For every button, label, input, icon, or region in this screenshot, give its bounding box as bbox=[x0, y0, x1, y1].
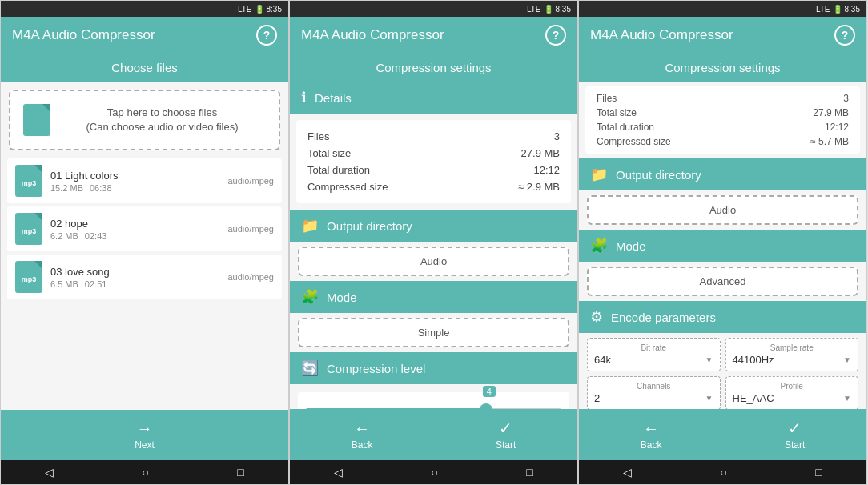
file-type-3: audio/mpeg bbox=[228, 272, 275, 282]
mode-header-3: 🧩 Mode bbox=[579, 230, 866, 262]
channels-value-row: 2 ▼ bbox=[594, 392, 713, 404]
help-button-2[interactable]: ? bbox=[545, 25, 566, 46]
time-1: 8:35 bbox=[267, 5, 282, 14]
back-button-3[interactable]: ← Back bbox=[625, 416, 678, 454]
app-title-2: M4A Audio Compressor bbox=[301, 27, 444, 43]
file-details-2: 02 hope 6.2 MB 02:43 bbox=[50, 218, 220, 241]
next-button[interactable]: → Next bbox=[119, 416, 171, 454]
battery-icon-3: 🔋 bbox=[833, 5, 842, 14]
file-item-3[interactable]: mp3 03 love song 6.5 MB 02:51 audio/mpeg bbox=[7, 255, 282, 299]
screen-2: LTE 🔋 8:35 M4A Audio Compressor ? Compre… bbox=[289, 0, 578, 485]
tap-file-area[interactable]: Tap here to choose files (Can choose aud… bbox=[9, 90, 280, 150]
total-duration-value: 12:12 bbox=[533, 164, 560, 176]
channels-cell[interactable]: Channels 2 ▼ bbox=[587, 376, 721, 409]
bottom-nav-2: ← Back ✓ Start bbox=[290, 409, 577, 460]
info-icon: ℹ bbox=[301, 89, 307, 106]
file-list-content: Tap here to choose files (Can choose aud… bbox=[1, 82, 288, 410]
back-arrow-icon-3: ← bbox=[643, 419, 659, 438]
sample-rate-value-row: 44100Hz ▼ bbox=[733, 354, 852, 366]
battery-icon-2: 🔋 bbox=[544, 5, 553, 14]
files-label: Files bbox=[307, 130, 329, 142]
help-button-3[interactable]: ? bbox=[834, 25, 855, 46]
home-nav-2[interactable]: ○ bbox=[432, 466, 438, 479]
slider-thumb[interactable]: 4 bbox=[480, 403, 492, 409]
output-dir-input-2[interactable]: Audio bbox=[298, 247, 569, 276]
sample-rate-value: 44100Hz bbox=[733, 354, 774, 366]
profile-value-row: HE_AAC ▼ bbox=[733, 392, 852, 404]
home-nav-1[interactable]: ○ bbox=[143, 466, 149, 479]
compressed-size-value: ≈ 2.9 MB bbox=[518, 181, 560, 193]
mp3-icon-3: mp3 bbox=[15, 261, 42, 293]
start-button-3[interactable]: ✓ Start bbox=[769, 415, 821, 454]
back-nav-2[interactable]: ◁ bbox=[334, 466, 343, 479]
gear-icon-3: ⚙ bbox=[590, 308, 603, 326]
output-dir-header-3: 📁 Output directory bbox=[579, 158, 866, 190]
app-title-1: M4A Audio Compressor bbox=[12, 27, 155, 43]
total-size-value: 27.9 MB bbox=[521, 147, 560, 159]
total-size-label-3: Total size bbox=[597, 107, 637, 118]
file-name-2: 02 hope bbox=[50, 218, 220, 230]
recent-nav-1[interactable]: □ bbox=[237, 466, 243, 479]
files-row-3: Files 3 bbox=[597, 91, 849, 106]
recent-nav-2[interactable]: □ bbox=[526, 466, 532, 479]
mode-input-2[interactable]: Simple bbox=[298, 318, 569, 347]
puzzle-icon-2: 🧩 bbox=[301, 288, 319, 306]
battery-icon: 🔋 bbox=[255, 5, 264, 14]
mode-input-3[interactable]: Advanced bbox=[587, 267, 858, 296]
choose-files-header: Choose files bbox=[1, 54, 288, 82]
total-duration-value-3: 12:12 bbox=[825, 122, 849, 133]
help-button-1[interactable]: ? bbox=[256, 25, 277, 46]
bit-rate-cell[interactable]: Bit rate 64k ▼ bbox=[587, 338, 721, 371]
recent-nav-3[interactable]: □ bbox=[815, 466, 822, 479]
total-duration-label: Total duration bbox=[307, 164, 370, 176]
sys-nav-2: ◁ ○ □ bbox=[290, 460, 577, 484]
output-dir-label-3: Output directory bbox=[616, 168, 701, 182]
mp3-icon-1: mp3 bbox=[15, 165, 42, 197]
profile-dropdown-icon: ▼ bbox=[843, 394, 851, 403]
files-value-3: 3 bbox=[843, 93, 849, 104]
screen-3: LTE 🔋 8:35 M4A Audio Compressor ? Compre… bbox=[578, 0, 867, 485]
encode-params-header: ⚙ Encode parameters bbox=[579, 301, 866, 333]
bit-rate-value-row: 64k ▼ bbox=[594, 354, 713, 366]
output-dir-label-2: Output directory bbox=[327, 219, 412, 233]
sys-nav-1: ◁ ○ □ bbox=[1, 460, 288, 484]
total-duration-label-3: Total duration bbox=[597, 122, 654, 133]
total-size-label: Total size bbox=[307, 147, 351, 159]
sample-rate-label: Sample rate bbox=[733, 343, 852, 352]
app-header-1: M4A Audio Compressor ? bbox=[1, 17, 288, 54]
compression-content-3: Files 3 Total size 27.9 MB Total duratio… bbox=[579, 82, 866, 409]
back-button-2[interactable]: ← Back bbox=[336, 416, 389, 454]
file-details-3: 03 love song 6.5 MB 02:51 bbox=[50, 266, 220, 289]
file-item-2[interactable]: mp3 02 hope 6.2 MB 02:43 audio/mpeg bbox=[7, 206, 282, 251]
back-nav-1[interactable]: ◁ bbox=[45, 466, 54, 479]
profile-value: HE_AAC bbox=[733, 392, 774, 404]
output-dir-input-3[interactable]: Audio bbox=[587, 195, 858, 225]
start-label-2: Start bbox=[496, 439, 516, 451]
sample-rate-cell[interactable]: Sample rate 44100Hz ▼ bbox=[725, 338, 859, 371]
compression-header-3: Compression settings bbox=[579, 54, 866, 82]
status-bar-3: LTE 🔋 8:35 bbox=[579, 1, 866, 17]
back-label-3: Back bbox=[641, 439, 662, 451]
total-duration-row-3: Total duration 12:12 bbox=[597, 120, 849, 134]
back-label-2: Back bbox=[352, 439, 373, 451]
compressed-size-label: Compressed size bbox=[307, 181, 388, 193]
status-bar-1: LTE 🔋 8:35 bbox=[1, 1, 288, 17]
slider-track[interactable]: 4 bbox=[306, 408, 561, 409]
home-nav-3[interactable]: ○ bbox=[721, 466, 727, 479]
file-item-1[interactable]: mp3 01 Light colors 15.2 MB 06:38 audio/… bbox=[7, 158, 282, 203]
compression-level-header: 🔄 Compression level bbox=[290, 352, 577, 384]
profile-cell[interactable]: Profile HE_AAC ▼ bbox=[725, 376, 859, 409]
details-label: Details bbox=[315, 91, 352, 105]
back-arrow-icon-2: ← bbox=[354, 419, 370, 438]
details-box-2: Files 3 Total size 27.9 MB Total duratio… bbox=[296, 120, 571, 203]
file-meta-1: 15.2 MB 06:38 bbox=[50, 183, 220, 193]
next-label: Next bbox=[135, 439, 155, 451]
start-button-2[interactable]: ✓ Start bbox=[480, 415, 532, 454]
output-dir-header-2: 📁 Output directory bbox=[290, 210, 577, 242]
status-icons-2: LTE 🔋 8:35 bbox=[527, 5, 571, 14]
back-nav-3[interactable]: ◁ bbox=[623, 466, 632, 479]
status-bar-2: LTE 🔋 8:35 bbox=[290, 1, 577, 17]
slider-value: 4 bbox=[483, 386, 496, 397]
status-icons-3: LTE 🔋 8:35 bbox=[816, 5, 860, 14]
partial-details-box: Files 3 Total size 27.9 MB Total duratio… bbox=[585, 86, 860, 154]
